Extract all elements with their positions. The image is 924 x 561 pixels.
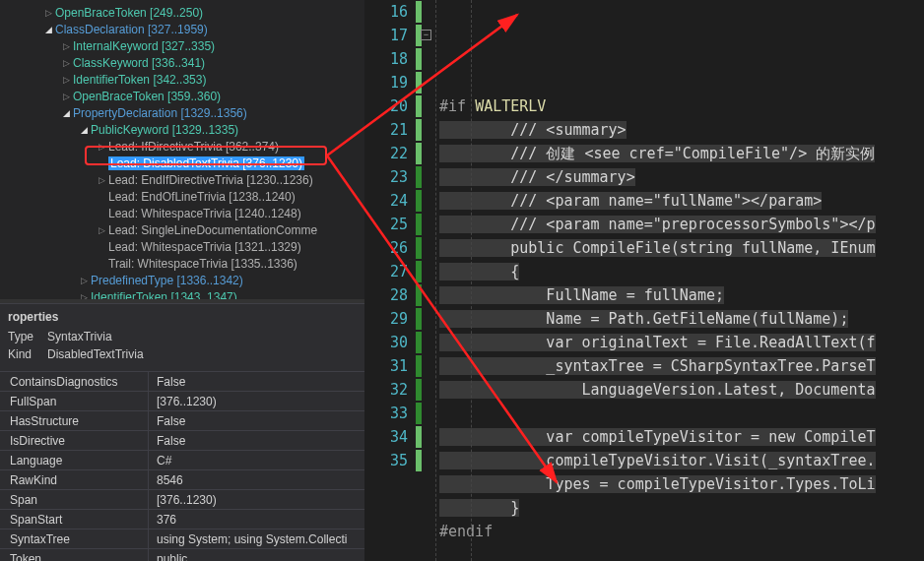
gutter-row[interactable]: 30 [364, 331, 422, 354]
tree-expand-icon[interactable] [61, 41, 71, 51]
property-row[interactable]: SpanStart376 [0, 509, 364, 529]
gutter-row[interactable]: 33 [364, 402, 422, 425]
property-value: public [148, 549, 364, 561]
property-row[interactable]: Tokenpublic [0, 548, 364, 561]
tree-node[interactable]: ClassKeyword [336..341) [0, 54, 364, 71]
gutter-row[interactable]: 25 [364, 213, 422, 236]
property-row[interactable]: RawKind8546 [0, 469, 364, 489]
tree-node-label: Lead: DisabledTextTrivia [376..1230) [108, 156, 304, 170]
line-number: 24 [376, 192, 412, 210]
tree-node[interactable]: Lead: EndIfDirectiveTrivia [1230..1236) [0, 171, 364, 188]
gutter-row[interactable]: 27 [364, 260, 422, 283]
code-line[interactable]: compileTypeVisitor.Visit(_syntaxTree. [439, 449, 924, 472]
tree-node[interactable]: Lead: WhitespaceTrivia [1240..1248) [0, 205, 364, 221]
code-editor[interactable]: #if WALTERLV /// <summary> /// 创建 <see c… [422, 0, 924, 561]
gutter-row[interactable]: 32 [364, 378, 422, 402]
code-line[interactable]: public CompileFile(string fullName, IEnu… [439, 236, 924, 260]
tree-expand-icon[interactable] [61, 108, 71, 118]
code-line[interactable]: var originalText = File.ReadAllText(f [439, 331, 924, 354]
code-line[interactable] [439, 543, 924, 561]
property-key: HasStructure [0, 414, 148, 428]
code-line[interactable]: #if WALTERLV [439, 94, 924, 118]
gutter-row[interactable]: 18 [364, 47, 422, 71]
tree-expand-icon[interactable] [79, 276, 89, 285]
property-row[interactable]: LanguageC# [0, 450, 364, 469]
gutter-row[interactable]: 17− [364, 24, 422, 47]
code-line[interactable]: /// 创建 <see cref="CompileFile"/> 的新实例 [439, 142, 924, 165]
gutter-row[interactable]: 28 [364, 283, 422, 307]
code-line[interactable]: /// <param name="fullName"></param> [439, 189, 924, 213]
tree-node[interactable]: OpenBraceToken [249..250) [0, 4, 364, 21]
code-line[interactable]: #endif [439, 520, 924, 543]
tree-node[interactable]: ClassDeclaration [327..1959) [0, 21, 364, 37]
syntax-tree[interactable]: OpenBraceToken [249..250)ClassDeclaratio… [0, 0, 364, 299]
tree-node[interactable]: PropertyDeclaration [1329..1356) [0, 104, 364, 121]
line-number: 28 [376, 286, 412, 304]
tree-expand-icon[interactable] [61, 75, 71, 85]
tree-expand-icon[interactable] [97, 142, 106, 152]
tree-expand-icon[interactable] [97, 175, 106, 185]
tree-node-label: Lead: EndIfDirectiveTrivia [1230..1236) [108, 173, 313, 187]
tree-node[interactable]: PredefinedType [1336..1342) [0, 272, 364, 288]
code-line[interactable]: /// </summary> [439, 165, 924, 189]
code-line[interactable]: LanguageVersion.Latest, Documenta [439, 378, 924, 402]
tree-node[interactable]: Trail: WhitespaceTrivia [1335..1336) [0, 255, 364, 272]
tree-node[interactable]: Lead: WhitespaceTrivia [1321..1329) [0, 238, 364, 255]
tree-expand-icon[interactable] [97, 225, 106, 235]
gutter-row[interactable]: 16 [364, 0, 422, 24]
tree-node[interactable]: InternalKeyword [327..335) [0, 37, 364, 54]
tree-node[interactable]: Lead: SingleLineDocumentationComme [0, 221, 364, 238]
tree-node[interactable]: PublicKeyword [1329..1335) [0, 121, 364, 138]
property-row[interactable]: SyntaxTreeusing System; using System.Col… [0, 529, 364, 548]
tree-node[interactable]: IdentifierToken [342..353) [0, 71, 364, 88]
property-row[interactable]: IsDirectiveFalse [0, 430, 364, 450]
property-row[interactable]: HasStructureFalse [0, 410, 364, 430]
gutter-row[interactable]: 29 [364, 307, 422, 331]
tree-node[interactable]: IdentifierToken [1343..1347) [0, 288, 364, 299]
gutter-row[interactable]: 20 [364, 94, 422, 118]
gutter-row[interactable]: 24 [364, 189, 422, 213]
tree-node[interactable]: OpenBraceToken [359..360) [0, 88, 364, 104]
gutter-row[interactable]: 35 [364, 449, 422, 472]
tree-node[interactable]: Lead: DisabledTextTrivia [376..1230) [0, 155, 364, 171]
tree-expand-icon[interactable] [43, 25, 53, 34]
gutter-row[interactable]: 34 [364, 425, 422, 449]
gutter-row[interactable]: 26 [364, 236, 422, 260]
code-line[interactable]: } [439, 496, 924, 520]
line-number-gutter[interactable]: 1617−18192021222324252627282930313233343… [364, 0, 422, 561]
code-line[interactable]: FullName = fullName; [439, 283, 924, 307]
gutter-row[interactable]: 31 [364, 354, 422, 378]
line-number: 21 [376, 121, 412, 139]
tree-node[interactable]: Lead: EndOfLineTrivia [1238..1240) [0, 188, 364, 205]
code-line[interactable]: /// <summary> [439, 118, 924, 142]
tree-node-label: IdentifierToken [342..353) [73, 73, 206, 87]
code-line[interactable] [439, 402, 924, 425]
code-line[interactable]: /// <param name="preprocessorSymbols"></… [439, 213, 924, 236]
tree-expand-icon[interactable] [61, 92, 71, 101]
tree-expand-icon[interactable] [79, 292, 89, 300]
property-row[interactable]: FullSpan[376..1230) [0, 391, 364, 410]
property-row[interactable]: ContainsDiagnosticsFalse [0, 371, 364, 391]
code-token: FullName = fullName; [439, 286, 724, 304]
line-number: 16 [376, 3, 412, 21]
code-line[interactable]: { [439, 260, 924, 283]
tree-node[interactable]: Lead: IfDirectiveTrivia [362..374) [0, 138, 364, 155]
tree-expand-icon[interactable] [79, 125, 89, 135]
gutter-row[interactable]: 22 [364, 142, 422, 165]
code-token: #if [439, 97, 475, 115]
code-line[interactable]: Name = Path.GetFileName(fullName); [439, 307, 924, 331]
property-value: C# [148, 451, 364, 469]
tree-expand-icon[interactable] [43, 8, 53, 18]
tree-expand-icon[interactable] [61, 58, 71, 68]
code-line[interactable]: _syntaxTree = CSharpSyntaxTree.ParseT [439, 354, 924, 378]
property-row[interactable]: Span[376..1230) [0, 489, 364, 509]
gutter-row[interactable]: 21 [364, 118, 422, 142]
code-line[interactable]: Types = compileTypeVisitor.Types.ToLi [439, 472, 924, 496]
gutter-row[interactable]: 19 [364, 71, 422, 94]
editor-panel: 1617−18192021222324252627282930313233343… [364, 0, 924, 561]
code-line[interactable]: var compileTypeVisitor = new CompileT [439, 425, 924, 449]
properties-grid[interactable]: ContainsDiagnosticsFalseFullSpan[376..12… [0, 371, 364, 561]
property-summary-row: KindDisabledTextTrivia [8, 347, 357, 365]
gutter-row[interactable]: 23 [364, 165, 422, 189]
code-token: /// <summary> [439, 121, 627, 139]
